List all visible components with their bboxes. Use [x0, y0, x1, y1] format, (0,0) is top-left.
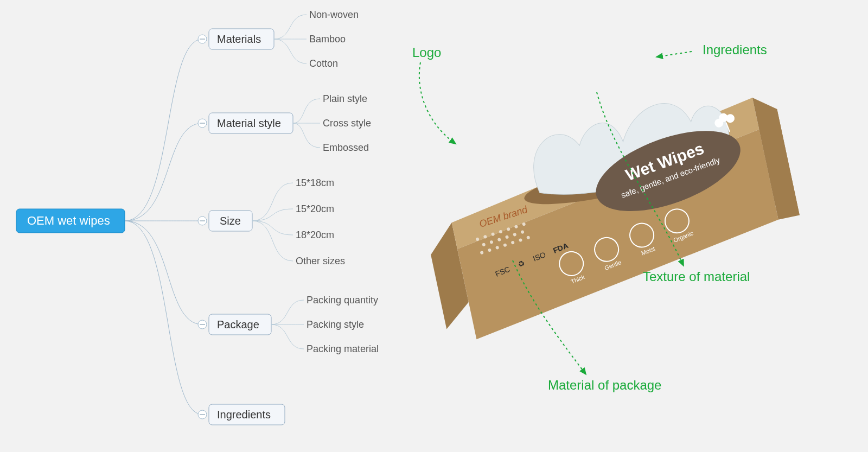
- leaf: Bamboo: [309, 34, 346, 44]
- leaf: Other sizes: [296, 256, 345, 266]
- toggle-size[interactable]: [198, 217, 207, 225]
- callout-ingredients: Ingredients: [703, 42, 767, 57]
- branch-material-style[interactable]: Material style: [209, 113, 293, 133]
- leaf: Plain style: [323, 93, 367, 104]
- leaf: Packing quantity: [307, 295, 378, 305]
- leaf: 15*20cm: [296, 203, 334, 214]
- leaf: Packing style: [307, 319, 364, 330]
- leaf: Packing material: [307, 343, 379, 354]
- leaf: Cross style: [323, 118, 371, 129]
- leaf: 18*20cm: [296, 230, 334, 240]
- toggle-ingredients[interactable]: [198, 410, 207, 419]
- leaf: Embossed: [323, 142, 369, 153]
- branch-size[interactable]: Size: [209, 211, 252, 231]
- toggle-package[interactable]: [198, 320, 207, 329]
- mindmap: OEM wet wipes Materials Ma: [16, 9, 379, 425]
- svg-text:Ingredients: Ingredients: [217, 409, 271, 421]
- diagram-canvas: OEM wet wipes Materials Ma: [0, 0, 868, 452]
- branch-ingredients[interactable]: Ingredients: [209, 404, 285, 425]
- callout-texture: Texture of material: [643, 269, 750, 284]
- svg-text:Materials: Materials: [217, 33, 261, 45]
- root-label: OEM wet wipes: [27, 214, 110, 227]
- toggle-materials[interactable]: [198, 35, 207, 43]
- product-illustration: Wet Wipes safe, gentle, and eco-friendly…: [410, 80, 811, 345]
- svg-text:Material style: Material style: [217, 117, 281, 129]
- toggle-material-style[interactable]: [198, 119, 207, 128]
- svg-text:Package: Package: [217, 319, 259, 330]
- root-node[interactable]: OEM wet wipes: [16, 209, 125, 233]
- leaf: 15*18cm: [296, 177, 334, 188]
- leaf: Cotton: [309, 58, 338, 69]
- branch-materials[interactable]: Materials: [209, 29, 274, 49]
- branch-package[interactable]: Package: [209, 314, 271, 335]
- svg-text:Size: Size: [220, 215, 241, 227]
- leaf: Non-woven: [309, 9, 359, 20]
- callout-material-pkg: Material of package: [548, 378, 661, 392]
- callout-logo: Logo: [412, 45, 441, 60]
